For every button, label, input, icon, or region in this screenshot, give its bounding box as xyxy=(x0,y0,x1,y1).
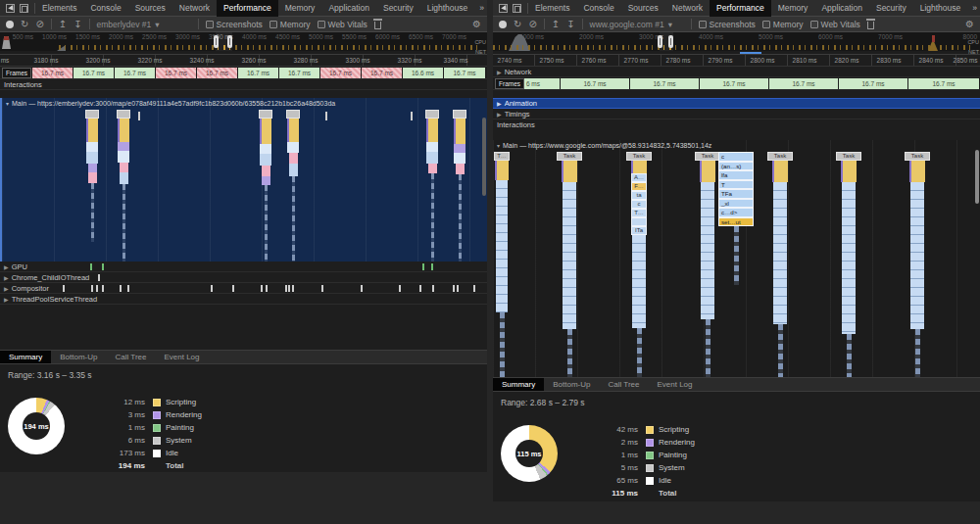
task-column[interactable]: Task xyxy=(562,152,577,377)
web-vitals-checkbox[interactable]: Web Vitals xyxy=(318,20,368,29)
more-tabs-icon[interactable]: » xyxy=(474,0,487,17)
tab-security[interactable]: Security xyxy=(376,0,420,17)
inspect-element-icon[interactable] xyxy=(499,4,508,13)
screenshots-checkbox[interactable]: Screenshots xyxy=(206,20,263,29)
stack-frame[interactable]: (an…s) xyxy=(718,162,754,171)
frame-dropped[interactable]: 16.7 ms xyxy=(32,68,73,78)
selection-handle-left[interactable] xyxy=(658,35,662,48)
profile-select[interactable]: emberlydev #1 ▾ xyxy=(97,20,191,29)
animation-track-selected[interactable]: ▶Animation xyxy=(493,98,980,109)
clear-icon[interactable]: ⊘ xyxy=(528,20,536,29)
tab-network[interactable]: Network xyxy=(665,0,710,17)
tab-call-tree[interactable]: Call Tree xyxy=(599,378,648,391)
device-toolbar-icon[interactable] xyxy=(513,4,521,13)
flame-scrollbar[interactable] xyxy=(975,150,979,204)
stack-frame[interactable]: c…d> xyxy=(718,208,754,217)
timeline-overview[interactable]: 1000 ms 2000 ms 3000 ms 4000 ms 5000 ms … xyxy=(493,32,980,55)
main-thread-header[interactable]: ▾ Main — https://www.google.com/maps/@58… xyxy=(493,140,980,151)
task-column[interactable] xyxy=(454,110,466,262)
record-button[interactable] xyxy=(6,21,14,28)
tab-performance[interactable]: Performance xyxy=(710,0,771,17)
tab-application[interactable]: Application xyxy=(814,0,869,17)
tab-memory[interactable]: Memory xyxy=(771,0,815,17)
capture-settings-gear-icon[interactable]: ⚙ xyxy=(472,20,481,29)
selection-handle-right[interactable] xyxy=(227,35,232,48)
task-column[interactable] xyxy=(260,110,271,262)
stack-frame-selected[interactable]: set…ut xyxy=(718,217,754,227)
inspect-element-icon[interactable] xyxy=(6,4,15,13)
frame[interactable]: 16.7 ms xyxy=(74,68,114,78)
task-column-with-stack[interactable]: Task A… F… ta c T… ITa xyxy=(631,152,647,377)
task-column[interactable]: Task xyxy=(772,152,788,377)
tab-event-log[interactable]: Event Log xyxy=(155,351,208,363)
task-column[interactable]: Task xyxy=(909,152,925,377)
capture-settings-gear-icon[interactable]: ⚙ xyxy=(965,20,974,29)
selection-handle-left[interactable] xyxy=(214,35,219,48)
save-profile-icon[interactable]: ↧ xyxy=(74,20,81,29)
frame[interactable]: 16.7 ms xyxy=(561,78,629,89)
frame[interactable]: 16.7 ms xyxy=(444,68,485,78)
load-profile-icon[interactable]: ↥ xyxy=(59,20,67,29)
frame[interactable]: 16.7 ms xyxy=(839,78,907,89)
chrome-childiothread-track[interactable]: ▶Chrome_ChildIOThread xyxy=(0,272,487,283)
frame[interactable]: 16.7 ms xyxy=(630,78,699,89)
compositor-track[interactable]: ▶Compositor xyxy=(0,283,487,294)
task-column[interactable]: Task xyxy=(700,152,715,377)
stack-frame[interactable]: A… xyxy=(631,173,647,182)
stack-frame[interactable]: ta xyxy=(631,191,647,200)
frame[interactable]: 16.7 ms xyxy=(115,68,155,78)
task-column[interactable] xyxy=(426,110,438,262)
frame-dropped[interactable]: 16.7 ms xyxy=(362,68,402,78)
tab-event-log[interactable]: Event Log xyxy=(648,378,701,391)
selection-handle-right[interactable] xyxy=(668,35,673,48)
stack-frame[interactable]: lfa xyxy=(718,170,754,180)
tab-console[interactable]: Console xyxy=(83,0,127,17)
tab-bottom-up[interactable]: Bottom-Up xyxy=(51,351,106,363)
web-vitals-checkbox[interactable]: Web Vitals xyxy=(810,20,860,29)
stack-frame[interactable]: _xl xyxy=(718,199,754,209)
tab-elements[interactable]: Elements xyxy=(35,0,83,17)
frame[interactable]: 16.7 ms xyxy=(238,68,278,78)
frames-track[interactable]: Frames 6 ms 16.7 ms 16.7 ms 16.7 ms 16.7… xyxy=(493,77,980,90)
tab-summary[interactable]: Summary xyxy=(493,378,544,391)
reload-and-record-icon[interactable]: ↻ xyxy=(21,20,28,29)
main-thread-track[interactable]: ▾ Main — https://emberlydev:3000/map/e07… xyxy=(0,98,487,262)
frame-dropped[interactable]: 16.7 ms xyxy=(197,68,237,78)
timeline-overview[interactable]: 500 ms 1000 ms 1500 ms 2000 ms 2500 ms 3… xyxy=(0,32,487,55)
stack-frame[interactable]: c xyxy=(631,200,647,209)
stack-frame[interactable]: c xyxy=(718,152,754,162)
load-profile-icon[interactable]: ↥ xyxy=(552,20,560,29)
interactions-track[interactable]: Interactions xyxy=(0,79,487,90)
save-profile-icon[interactable]: ↧ xyxy=(566,20,574,29)
selected-call-stack[interactable]: c (an…s) lfa T TFa _xl c…d> set…ut xyxy=(718,152,754,285)
collapse-caret-icon[interactable]: ▾ xyxy=(6,100,9,107)
screenshots-checkbox[interactable]: Screenshots xyxy=(699,20,756,29)
reload-and-record-icon[interactable]: ↻ xyxy=(514,20,521,29)
stack-frame[interactable]: T xyxy=(718,180,754,190)
frames-track[interactable]: Frames 16.7 ms 16.7 ms 16.7 ms 16.7 ms 1… xyxy=(0,67,487,79)
tab-lighthouse[interactable]: Lighthouse xyxy=(913,0,968,17)
tab-summary[interactable]: Summary xyxy=(0,351,51,363)
interactions-track[interactable]: Interactions xyxy=(493,119,980,130)
network-track[interactable]: ▶Network xyxy=(493,67,980,77)
record-button[interactable] xyxy=(499,21,507,28)
task-column[interactable] xyxy=(118,110,129,262)
tab-bottom-up[interactable]: Bottom-Up xyxy=(544,378,599,391)
tab-network[interactable]: Network xyxy=(172,0,217,17)
frame[interactable]: 16.7 ms xyxy=(908,78,979,89)
detail-ruler[interactable]: ms 3180 ms 3200 ms 3220 ms 3240 ms 3260 … xyxy=(0,55,487,67)
memory-checkbox[interactable]: Memory xyxy=(762,20,804,29)
tab-call-tree[interactable]: Call Tree xyxy=(106,351,155,363)
tab-console[interactable]: Console xyxy=(576,0,620,17)
task-column[interactable]: Task xyxy=(841,152,857,377)
collapse-caret-icon[interactable]: ▾ xyxy=(497,142,500,149)
vertical-scrollbar[interactable] xyxy=(482,118,486,196)
tab-sources[interactable]: Sources xyxy=(621,0,665,17)
stack-frame[interactable]: T… xyxy=(631,209,647,217)
profile-select[interactable]: www.google.com #1 ▾ xyxy=(590,20,684,29)
gpu-track[interactable]: ▶GPU xyxy=(0,262,487,272)
frame[interactable]: 16.7 ms xyxy=(700,78,768,89)
trash-icon[interactable] xyxy=(374,22,381,29)
stack-frame[interactable] xyxy=(631,217,647,226)
stack-frame[interactable]: ITa xyxy=(631,226,647,235)
